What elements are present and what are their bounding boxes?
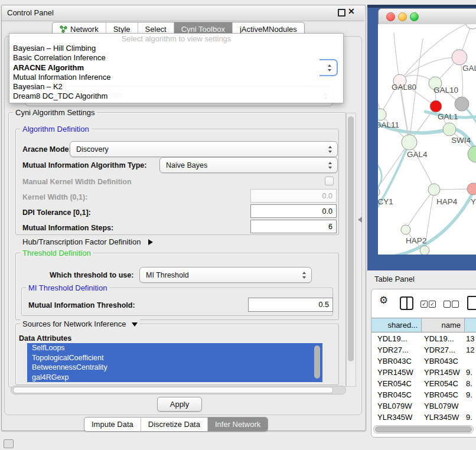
cell[interactable]: 13 [466, 334, 474, 343]
list-item[interactable]: gal4RGexp [27, 373, 322, 383]
cell[interactable]: YBR043C [377, 357, 412, 366]
new-table-icon[interactable] [467, 296, 476, 310]
minimize-traffic-icon[interactable] [398, 12, 407, 21]
node-label: HAP4 [436, 197, 458, 206]
cell[interactable]: YPR145W [424, 368, 460, 377]
node-gal[interactable] [452, 50, 467, 65]
column-header-partial[interactable] [465, 318, 476, 332]
cell[interactable]: 8. [466, 379, 472, 388]
checkbox-unchecked-icon[interactable] [452, 301, 459, 308]
data-attributes-label: Data Attributes [19, 334, 71, 343]
dropdown-item[interactable]: Basic Correlation Inference [9, 53, 343, 63]
mi-steps-field[interactable]: 6 [250, 220, 337, 233]
node-gal1[interactable] [430, 100, 442, 112]
table-panel: ⚙ ✓ ✓ shared... name YDL19... YDL19... 1… [371, 289, 476, 438]
cell[interactable]: 9. [466, 368, 472, 377]
cell[interactable]: YDR27... [424, 345, 455, 354]
node-gal4[interactable] [402, 135, 417, 150]
node-label: GCY1 [378, 197, 393, 206]
settings-vscrollbar[interactable] [346, 113, 356, 387]
control-panel-titlebar [2, 5, 364, 21]
mi-type-label: Mutual Information Algorithm Type: [22, 161, 146, 169]
mi-threshold-field[interactable]: 0.5 [248, 298, 333, 312]
collapse-down-icon [132, 322, 138, 327]
manual-kernel-checkbox[interactable] [325, 177, 334, 185]
checkbox-checked-icon[interactable]: ✓ [420, 301, 428, 308]
node-gcy1[interactable] [378, 187, 380, 197]
cell[interactable]: YDL19... [424, 334, 454, 343]
columns-icon[interactable] [400, 296, 413, 310]
dropdown-item[interactable]: Dream8 DC_TDC Algorithm [9, 92, 343, 101]
control-panel-title: Control Panel [7, 8, 54, 17]
table-hscrollbar[interactable] [373, 425, 474, 433]
node[interactable] [420, 246, 429, 255]
cell[interactable]: YBR043C [424, 357, 458, 366]
threshold-definition-title: Threshold Definition [20, 249, 93, 257]
zoom-traffic-icon[interactable] [410, 12, 419, 21]
combo-spinner-icon [328, 162, 332, 169]
cell[interactable]: YLR345W [424, 413, 459, 422]
column-header-name[interactable]: name [422, 318, 465, 332]
cell[interactable]: YER054C [424, 379, 458, 388]
node-hap4[interactable] [428, 184, 440, 195]
cell[interactable]: YDL19... [377, 334, 407, 343]
float-panel-icon[interactable] [338, 9, 345, 17]
which-threshold-combo[interactable]: MI Threshold [139, 267, 312, 283]
cell[interactable]: YER054C [377, 379, 412, 388]
node-label: GAL1 [438, 112, 458, 121]
checkbox-checked-icon[interactable]: ✓ [429, 301, 436, 308]
dropdown-item[interactable]: Bayesian – K2 [9, 82, 343, 92]
network-window-titlebar[interactable] [378, 8, 476, 25]
dropdown-item[interactable]: Mutual Information Inference [9, 73, 343, 82]
dpi-tolerance-field[interactable]: 0.0 [250, 204, 337, 218]
close-traffic-icon[interactable] [386, 12, 395, 21]
checkbox-unchecked-icon[interactable] [444, 301, 451, 308]
cell[interactable]: 12 [466, 345, 474, 354]
settings-hscrollbar[interactable] [11, 386, 346, 394]
table-hscrollbar-thumb[interactable] [375, 426, 472, 432]
panel-splitter-arrow[interactable] [358, 217, 362, 223]
list-item[interactable]: TopologicalCoefficient [27, 353, 322, 363]
tab-impute-data[interactable]: Impute Data [84, 418, 141, 431]
dropdown-item-selected[interactable]: ARACNE Algorithm [9, 63, 343, 73]
node-swi4[interactable] [443, 123, 456, 136]
cell[interactable]: YLR345W [377, 413, 412, 422]
list-item[interactable]: BetweennessCentrality [27, 363, 322, 373]
combo-spinner-icon [328, 146, 332, 153]
minimized-panel-icon[interactable] [4, 439, 14, 448]
list-item[interactable]: SelfLoops [27, 343, 322, 353]
cell[interactable]: YBL079W [377, 402, 412, 410]
node[interactable] [465, 24, 476, 29]
settings-hscrollbar-thumb[interactable] [13, 387, 333, 393]
combo-spinner-icon [302, 272, 307, 279]
node-label: SWI4 [451, 136, 471, 145]
node[interactable] [468, 146, 476, 162]
cell[interactable]: YPR145W [377, 368, 413, 377]
node-labels: GAL GAL80 GAL10 GAL1 GAL11 SWI4 GAL4 GCY… [378, 64, 476, 245]
kernel-width-field[interactable]: 0.0 [250, 189, 337, 203]
tab-infer-network[interactable]: Infer Network [207, 418, 268, 431]
column-header-shared[interactable]: shared... [371, 318, 422, 332]
mi-type-combo[interactable]: Naive Bayes [159, 157, 338, 173]
close-icon[interactable]: ✕ [348, 6, 355, 16]
focused-combo-end[interactable] [319, 59, 338, 76]
settings-vscrollbar-thumb[interactable] [348, 116, 354, 361]
node-y[interactable] [467, 183, 476, 195]
list-vscrollbar-thumb[interactable] [314, 345, 320, 379]
cell[interactable]: YBL079W [424, 402, 459, 410]
cell[interactable]: YDR27... [377, 345, 409, 354]
algorithm-dropdown: Select algorithm to view settings Bayesi… [9, 33, 344, 103]
aracne-mode-combo[interactable]: Discovery [70, 141, 338, 157]
sources-toggle[interactable]: Sources for Network Inference [20, 319, 140, 328]
node[interactable] [455, 97, 469, 111]
hub-definition-toggle[interactable]: Hub/Transcription Factor Definition [22, 236, 153, 247]
cell[interactable]: 9. [466, 390, 472, 399]
tab-discretize-data[interactable]: Discretize Data [141, 418, 207, 431]
cell[interactable]: YBR045C [424, 390, 458, 399]
gear-icon[interactable]: ⚙ [379, 294, 388, 306]
apply-button[interactable]: Apply [157, 397, 202, 412]
cell[interactable]: 9. [466, 413, 472, 422]
dropdown-item[interactable]: Bayesian – Hill Climbing [9, 44, 343, 53]
node-hap2[interactable] [401, 225, 410, 234]
cell[interactable]: YBR045C [377, 390, 412, 399]
